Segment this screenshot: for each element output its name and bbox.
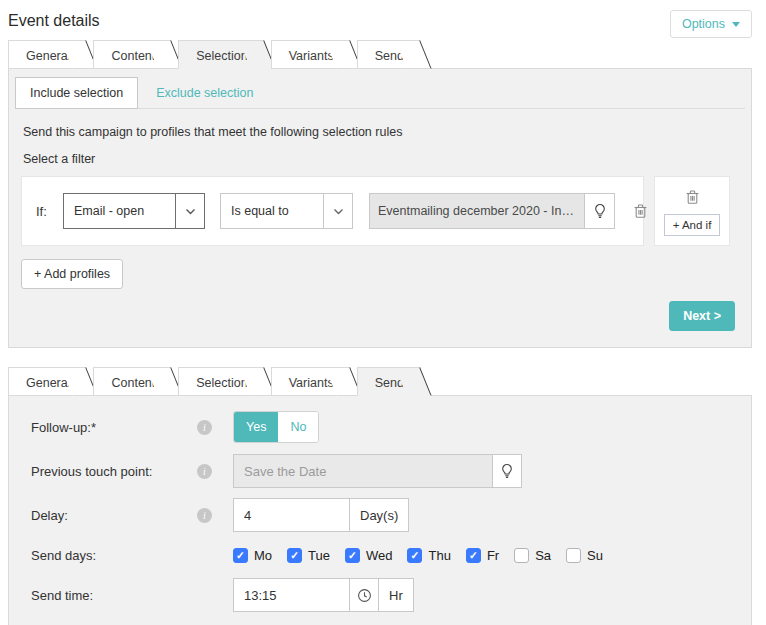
options-button-label: Options [682,17,725,31]
options-button[interactable]: Options [670,10,752,38]
tab-content[interactable]: Content [93,40,159,69]
checkbox-wed[interactable] [345,548,360,563]
checkbox-thu[interactable] [407,548,422,563]
tabs-top: General Content Selection Variants Send [8,40,752,69]
lightbulb-icon[interactable] [584,193,615,229]
tab-selection-2[interactable]: Selection [178,367,251,396]
tab-content-2[interactable]: Content [93,367,159,396]
follow-up-row: Follow-up:* i Yes No [15,410,745,444]
day-tue[interactable]: Tue [287,548,330,563]
follow-up-toggle: Yes No [233,411,319,443]
tab-variants[interactable]: Variants [271,40,338,69]
follow-up-no[interactable]: No [278,412,318,442]
filter-value-input[interactable] [369,193,584,229]
day-su-label: Su [587,548,603,563]
day-thu-label: Thu [428,548,450,563]
previous-touch-point-row: Previous touch point: i [15,454,745,488]
tab-variants-2[interactable]: Variants [271,367,338,396]
delay-unit-label: Day(s) [349,498,409,532]
day-sa[interactable]: Sa [514,548,551,563]
caret-down-icon [732,22,740,27]
rule-group-actions: + And if [654,176,730,246]
send-days-label: Send days: [15,548,197,563]
previous-touch-point-label: Previous touch point: [15,464,197,479]
send-days-row: Send days: Mo Tue Wed Thu Fr Sa Su [15,542,745,568]
next-row: Next > [15,301,735,331]
delay-label: Delay: [15,508,197,523]
day-fr-label: Fr [487,548,499,563]
checkbox-sa[interactable] [514,548,529,563]
checkbox-mo[interactable] [233,548,248,563]
filter-area: If: Email - open Is equal to [21,176,745,246]
delete-rule-trash-icon[interactable] [631,201,650,221]
info-icon[interactable]: i [197,420,212,435]
day-mo-label: Mo [254,548,272,563]
day-wed-label: Wed [366,548,393,563]
tab-general[interactable]: General [8,40,74,69]
day-wed[interactable]: Wed [345,548,393,563]
tab-selection[interactable]: Selection [178,40,251,69]
selection-panel: Include selection Exclude selection Send… [8,68,752,348]
checkbox-su[interactable] [566,548,581,563]
filter-field-select[interactable]: Email - open [63,193,205,229]
filter-rule-row: If: Email - open Is equal to [21,176,644,246]
delay-row: Delay: i Day(s) [15,498,745,532]
page-title: Event details [8,10,100,30]
day-fr[interactable]: Fr [466,548,499,563]
info-icon[interactable]: i [197,464,212,479]
day-tue-label: Tue [308,548,330,563]
follow-up-label: Follow-up:* [15,420,197,435]
delete-group-trash-icon[interactable] [683,187,702,207]
send-time-unit-label: Hr [378,578,414,612]
follow-up-yes[interactable]: Yes [234,412,278,442]
tabs-bottom: General Content Selection Variants Send [8,367,752,396]
checkbox-tue[interactable] [287,548,302,563]
selection-subtabs: Include selection Exclude selection [15,77,745,109]
send-time-input[interactable] [233,578,350,612]
subtab-include-selection[interactable]: Include selection [15,77,138,109]
filter-operator-value: Is equal to [221,204,323,218]
delay-input[interactable] [233,498,350,532]
day-mo[interactable]: Mo [233,548,272,563]
select-a-filter-label: Select a filter [23,152,745,166]
next-button[interactable]: Next > [669,301,735,331]
send-time-label: Send time: [15,588,197,603]
day-sa-label: Sa [535,548,551,563]
lightbulb-icon[interactable] [492,454,522,488]
day-su[interactable]: Su [566,548,603,563]
previous-touch-point-input[interactable] [233,454,493,488]
and-if-button[interactable]: + And if [664,214,721,236]
send-time-row: Send time: Hr [15,578,745,612]
selection-description: Send this campaign to profiles that meet… [23,125,745,139]
filter-field-value: Email - open [64,204,175,218]
chevron-down-icon [175,194,204,228]
chevron-down-icon [323,194,352,228]
subtab-exclude-selection[interactable]: Exclude selection [138,78,271,108]
tab-send-2[interactable]: Send [357,367,408,396]
if-label: If: [36,204,63,219]
send-panel: Follow-up:* i Yes No Previous touch poin… [8,395,752,625]
send-days-group: Mo Tue Wed Thu Fr Sa Su [233,548,618,563]
tab-send[interactable]: Send [357,40,408,69]
info-icon[interactable]: i [197,508,212,523]
add-profiles-button[interactable]: + Add profiles [21,259,123,289]
page-header: Event details Options [0,0,766,40]
checkbox-fr[interactable] [466,548,481,563]
filter-value-group [369,193,615,229]
tab-general-2[interactable]: General [8,367,74,396]
clock-icon[interactable] [349,578,379,612]
day-thu[interactable]: Thu [407,548,450,563]
filter-operator-select[interactable]: Is equal to [220,193,353,229]
